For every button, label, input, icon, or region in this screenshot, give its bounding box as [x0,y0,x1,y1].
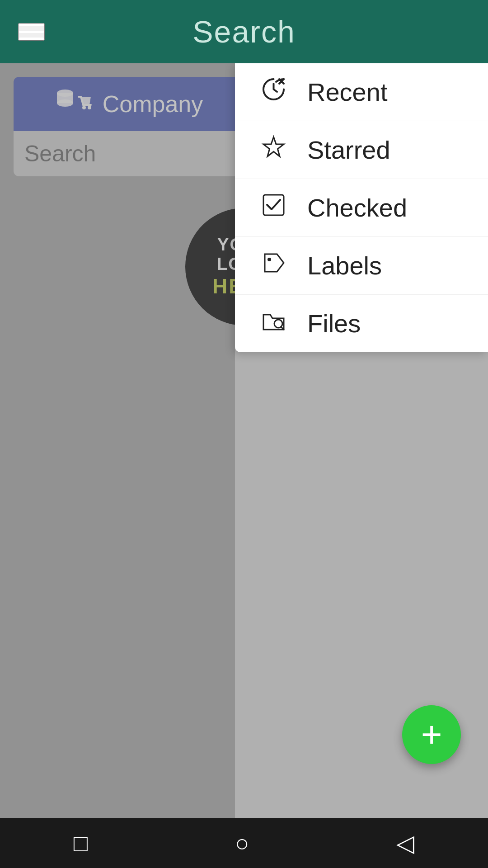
dropdown-checked-label: Checked [307,193,407,222]
header: Search [0,0,488,63]
files-icon [258,308,289,339]
recents-icon: □ [74,830,88,856]
dropdown-overlay[interactable] [0,63,235,818]
fab-add-button[interactable]: + [402,705,461,764]
menu-line-2 [19,31,44,33]
label-icon [258,250,289,281]
dropdown-menu: Recent Starred Checked [235,63,488,352]
back-icon: ◁ [396,830,414,856]
checked-icon [258,193,289,223]
nav-home-button[interactable]: ○ [230,825,253,861]
svg-marker-10 [263,137,284,156]
dropdown-starred-label: Starred [307,135,390,165]
page-title: Search [192,14,295,49]
star-icon [258,135,289,165]
dropdown-recent-label: Recent [307,77,387,107]
dropdown-item-checked[interactable]: Checked [235,179,488,237]
nav-recents-button[interactable]: □ [69,825,92,861]
bottom-navigation: □ ○ ◁ [0,818,488,868]
dropdown-item-files[interactable]: Files [235,295,488,352]
main-content: Company ▼ YOUR LOGO HERE 👆 + [0,63,488,818]
dropdown-item-recent[interactable]: Recent [235,63,488,121]
home-icon: ○ [235,830,249,856]
plus-icon: + [421,717,442,753]
dropdown-item-starred[interactable]: Starred [235,121,488,179]
dropdown-item-labels[interactable]: Labels [235,237,488,295]
dropdown-files-label: Files [307,309,361,338]
history-icon [258,77,289,107]
nav-back-button[interactable]: ◁ [392,825,419,861]
menu-button[interactable] [18,23,45,41]
menu-line-1 [19,24,44,26]
menu-line-3 [19,38,44,40]
svg-point-12 [267,258,271,261]
dropdown-labels-label: Labels [307,251,382,280]
